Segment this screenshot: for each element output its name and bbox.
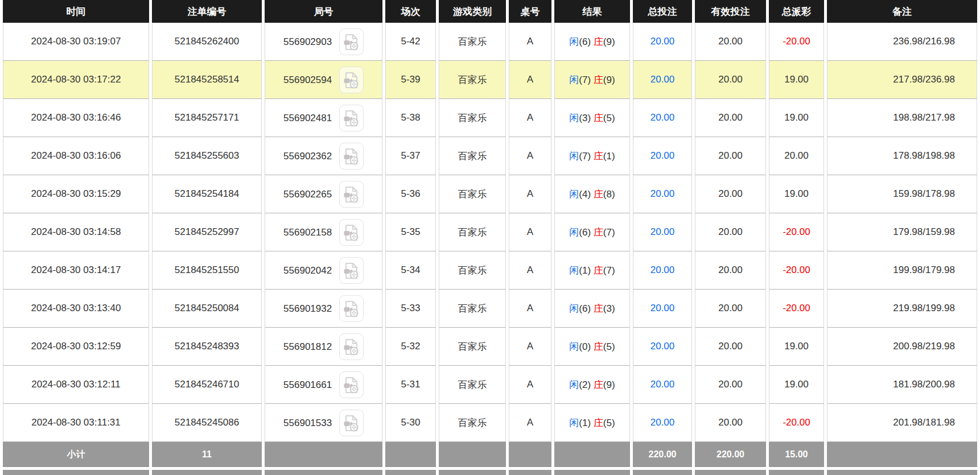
cell-total-bet: 20.00 <box>633 366 692 404</box>
video-replay-button[interactable] <box>339 333 364 360</box>
result-banker-label: 庄 <box>594 265 603 276</box>
result-player-label: 闲 <box>569 189 579 200</box>
table-row[interactable]: 2024-08-30 03:16:46521845257171556902481… <box>3 99 977 137</box>
round-number: 556902481 <box>283 112 332 123</box>
video-replay-button[interactable] <box>339 371 364 398</box>
result-banker-label: 庄 <box>594 303 603 314</box>
total-bet-link[interactable]: 20.00 <box>650 188 675 199</box>
result-player-label: 闲 <box>569 379 579 390</box>
total-bet-link[interactable]: 20.00 <box>650 226 675 237</box>
cell-total-bet: 20.00 <box>633 175 692 213</box>
cell-time: 2024-08-30 03:13:40 <box>3 290 149 328</box>
cell-round-id: 556901932 <box>265 290 382 328</box>
col-bet-id: 注单编号 <box>152 0 262 23</box>
video-file-icon <box>344 300 359 317</box>
round-number: 556901812 <box>283 341 332 352</box>
cell-table-no: A <box>509 290 551 328</box>
cell-note: 200.98/219.98 <box>827 328 977 366</box>
total-bet-link[interactable]: 20.00 <box>650 341 675 352</box>
subtotal-label: 小计 <box>3 442 149 470</box>
cell-result: 闲(7) 庄(9) <box>554 61 630 99</box>
total-bet-link[interactable]: 20.00 <box>650 36 675 47</box>
cell-round-id: 556902594 <box>265 61 382 99</box>
cell-session: 5-34 <box>385 251 436 290</box>
result-banker-label: 庄 <box>594 341 603 352</box>
video-replay-button[interactable] <box>339 105 364 131</box>
total-bet-link[interactable]: 20.00 <box>650 379 675 390</box>
subtotal-empty-table <box>509 442 551 470</box>
cell-session: 5-36 <box>385 175 436 213</box>
col-total-bet: 总投注 <box>633 0 692 23</box>
table-row[interactable]: 2024-08-30 03:17:22521845258514556902594… <box>3 61 977 99</box>
table-row[interactable]: 2024-08-30 03:11:31521845245086556901533… <box>3 404 977 442</box>
subtotal-empty-game <box>439 442 506 470</box>
subtotal-empty-session <box>385 442 436 470</box>
cell-result: 闲(2) 庄(9) <box>554 366 630 404</box>
total-bet-link[interactable]: 20.00 <box>650 303 675 313</box>
table-header: 时间 注单编号 局号 场次 游戏类别 桌号 结果 总投注 有效投注 总派彩 备注 <box>3 0 977 23</box>
table-row[interactable]: 2024-08-30 03:12:11521845246710556901661… <box>3 366 977 404</box>
video-replay-button[interactable] <box>339 257 364 284</box>
cell-time: 2024-08-30 03:16:06 <box>3 137 149 175</box>
total-bet-link[interactable]: 20.00 <box>650 74 675 85</box>
cell-valid-bet: 20.00 <box>695 328 766 366</box>
cell-total-bet: 20.00 <box>633 213 692 251</box>
video-replay-button[interactable] <box>339 67 364 93</box>
cell-game-type: 百家乐 <box>439 213 506 251</box>
video-replay-button[interactable] <box>339 28 364 55</box>
video-file-icon <box>344 338 359 356</box>
video-file-icon <box>344 377 359 394</box>
table-row[interactable]: 2024-08-30 03:19:07521845262400556902903… <box>3 23 977 61</box>
cell-result: 闲(4) 庄(8) <box>554 175 630 213</box>
cell-bet-id: 521845248393 <box>152 328 262 366</box>
result-player-label: 闲 <box>569 227 579 238</box>
round-number: 556902903 <box>283 36 332 47</box>
result-banker-score: (9) <box>603 379 615 390</box>
video-replay-button[interactable] <box>339 410 364 436</box>
cell-payout: -20.00 <box>769 213 824 251</box>
total-bet-link[interactable]: 20.00 <box>650 112 675 123</box>
table-row[interactable]: 2024-08-30 03:14:17521845251550556902042… <box>3 251 977 290</box>
total-bet-link[interactable]: 20.00 <box>650 150 675 161</box>
subtotal-empty-result <box>554 442 630 470</box>
cell-round-id: 556902042 <box>265 251 382 290</box>
table-row[interactable]: 2024-08-30 03:14:58521845252997556902158… <box>3 213 977 251</box>
cell-table-no: A <box>509 328 551 366</box>
cell-game-type: 百家乐 <box>439 251 506 290</box>
cell-round-id: 556901661 <box>265 366 382 404</box>
table-row[interactable]: 2024-08-30 03:15:29521845254184556902265… <box>3 175 977 213</box>
cell-game-type: 百家乐 <box>439 404 506 442</box>
cell-note: 198.98/217.98 <box>827 99 977 137</box>
result-banker-score: (5) <box>603 113 615 123</box>
cell-note: 181.98/200.98 <box>827 366 977 404</box>
cell-table-no: A <box>509 61 551 99</box>
col-result: 结果 <box>554 0 630 23</box>
result-banker-label: 庄 <box>594 113 603 123</box>
cell-session: 5-30 <box>385 404 436 442</box>
cell-payout: 19.00 <box>769 328 824 366</box>
total-bet-link[interactable]: 20.00 <box>650 417 675 428</box>
cell-note: 179.98/159.98 <box>827 213 977 251</box>
result-banker-score: (1) <box>603 151 615 162</box>
cell-time: 2024-08-30 03:12:11 <box>3 366 149 404</box>
video-replay-button[interactable] <box>339 219 364 246</box>
video-replay-button[interactable] <box>339 181 364 208</box>
table-row[interactable]: 2024-08-30 03:13:40521845250084556901932… <box>3 290 977 328</box>
result-banker-label: 庄 <box>594 418 603 428</box>
cell-payout: 19.00 <box>769 366 824 404</box>
video-replay-button[interactable] <box>339 143 364 170</box>
cell-time: 2024-08-30 03:14:58 <box>3 213 149 251</box>
cell-valid-bet: 20.00 <box>695 23 766 61</box>
cell-note: 219.98/199.98 <box>827 290 977 328</box>
result-banker-score: (9) <box>603 75 615 85</box>
cell-time: 2024-08-30 03:17:22 <box>3 61 149 99</box>
cell-bet-id: 521845257171 <box>152 99 262 137</box>
table-row[interactable]: 2024-08-30 03:16:06521845255603556902362… <box>3 137 977 175</box>
total-bet-link[interactable]: 20.00 <box>650 265 675 275</box>
table-row[interactable]: 2024-08-30 03:12:59521845248393556901812… <box>3 328 977 366</box>
result-banker-score: (5) <box>603 341 615 352</box>
result-banker-label: 庄 <box>594 151 603 162</box>
cell-table-no: A <box>509 175 551 213</box>
video-replay-button[interactable] <box>339 295 364 322</box>
result-player-score: (2) <box>579 379 594 390</box>
